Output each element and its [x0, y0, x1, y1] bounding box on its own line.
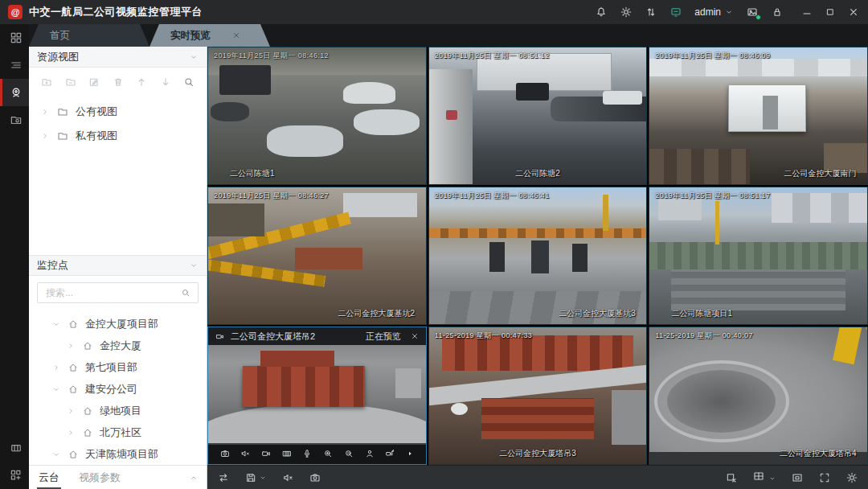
nav-menu[interactable] — [0, 51, 29, 79]
trash-icon[interactable] — [112, 76, 125, 88]
chevron-up-icon[interactable] — [189, 473, 199, 483]
tile-toolbar — [208, 443, 426, 464]
tree-item-site[interactable]: 绿地项目 — [29, 400, 207, 421]
edit-icon[interactable] — [88, 76, 100, 88]
panel-bottom-tabs: 云台 视频参数 — [29, 465, 207, 489]
video-tile-9[interactable]: 11-25-2019 星期一 00:40:07 二公司金控大厦塔吊4 — [649, 327, 868, 465]
video-tile-1[interactable]: 2019年11月25日 星期一 08:46:12 二公司陈塘1 — [207, 47, 427, 185]
record-icon[interactable] — [260, 448, 272, 459]
snapshot-icon[interactable] — [219, 448, 231, 459]
osd-timestamp: 2019年11月25日 星期一 08:46:27 — [214, 191, 329, 201]
mute-icon[interactable] — [240, 448, 251, 459]
settings-icon[interactable] — [845, 471, 858, 484]
video-frame — [649, 327, 867, 464]
scene-shape — [489, 242, 505, 272]
tab-ptz[interactable]: 云台 — [37, 466, 61, 489]
osd-timestamp: 11-25-2019 星期一 00:40:07 — [655, 331, 753, 341]
arrow-up-icon[interactable] — [135, 76, 148, 88]
video-tile-3[interactable]: 2019年11月25日 星期一 08:46:09 二公司金控大厦南门 — [649, 47, 868, 185]
minimize-button[interactable] — [800, 6, 813, 18]
scene-shape — [772, 193, 867, 223]
zoom-in-icon[interactable] — [322, 448, 334, 459]
tree-item-label: 金控大厦项目部 — [85, 317, 158, 331]
tree-item-site[interactable]: 金控大厦 — [29, 335, 207, 356]
chevron-right-icon — [66, 428, 76, 438]
zoom-3d-icon[interactable] — [343, 448, 354, 459]
nav-apps-grid[interactable] — [0, 24, 29, 51]
tree-item-label: 第七项目部 — [85, 360, 137, 375]
chevron-down-icon — [51, 450, 61, 459]
nav-media-library[interactable] — [0, 106, 29, 134]
layout-select-button[interactable] — [752, 470, 776, 486]
resource-panel: 资源视图 — [29, 47, 207, 489]
app-window: @ 中交一航局二公司视频监控管理平台 admin — [0, 0, 868, 489]
tree-item-site[interactable]: 第七项目部 — [29, 356, 207, 378]
app-monitor-button[interactable] — [669, 6, 682, 18]
talk-mic-icon[interactable] — [301, 448, 313, 459]
scene-shape — [260, 351, 334, 367]
mute-all-icon[interactable] — [281, 471, 294, 484]
arrow-down-icon[interactable] — [159, 76, 172, 88]
preset-icon[interactable] — [364, 448, 375, 459]
more-icon[interactable] — [405, 449, 415, 458]
fullscreen-icon[interactable] — [818, 471, 831, 484]
close-icon[interactable] — [410, 331, 420, 341]
scene-shape — [481, 398, 595, 439]
maximize-button[interactable] — [825, 6, 836, 18]
search-input[interactable] — [44, 286, 175, 299]
camera-icon — [9, 85, 23, 100]
video-tile-6[interactable]: 2019年11月25日 星期一 08:51:17 二公司陈塘项目1 — [649, 187, 868, 325]
tree-item-site[interactable]: 金控大厦项目部 — [29, 313, 207, 335]
view-toolbar — [29, 68, 207, 97]
tab-label: 实时预览 — [170, 29, 211, 43]
tab-close-icon[interactable] — [231, 31, 241, 40]
single-screen-icon[interactable] — [791, 471, 804, 484]
lock-button[interactable] — [771, 6, 784, 18]
video-tile-2[interactable]: 2019年11月25日 星期一 08:51:12 二公司陈塘2 — [428, 47, 648, 185]
film-icon — [9, 441, 23, 455]
tab-home[interactable]: 首页 — [29, 24, 149, 47]
video-tile-8[interactable]: 11-25-2019 星期一 00:47:33 二公司金控大厦塔吊3 — [428, 327, 648, 465]
notifications-button[interactable] — [595, 6, 608, 18]
settings-button[interactable] — [620, 6, 633, 18]
home-icon — [82, 340, 93, 351]
stream-swap-icon[interactable] — [217, 471, 230, 484]
home-icon — [82, 405, 93, 417]
video-frame — [649, 187, 867, 324]
video-tile-5[interactable]: 2019年11月25日 星期一 08:46:41 二公司金控大厦基坑3 — [428, 187, 648, 325]
tree-item-site[interactable]: 北万社区 — [29, 421, 207, 443]
search-icon[interactable] — [182, 76, 195, 88]
scene-shape — [354, 109, 419, 135]
scene-shape — [658, 199, 702, 220]
tab-video-params[interactable]: 视频参数 — [79, 471, 121, 485]
tab-live-preview[interactable]: 实时预览 — [149, 24, 270, 47]
nav-playback[interactable] — [0, 434, 29, 462]
playback-icon[interactable] — [281, 448, 293, 459]
snapshot-all-icon[interactable] — [309, 471, 321, 484]
close-all-icon[interactable] — [725, 471, 738, 484]
tree-item-private-views[interactable]: 私有视图 — [29, 124, 207, 148]
ptz-icon[interactable] — [384, 448, 395, 459]
tree-item-label: 金控大厦 — [100, 339, 141, 353]
screenshot-status-button[interactable] — [746, 6, 759, 18]
chevron-right-icon — [66, 406, 76, 416]
folder-add-icon[interactable] — [40, 76, 53, 88]
user-menu[interactable]: admin — [694, 6, 734, 18]
scene-shape — [671, 269, 845, 310]
folder-save-icon[interactable] — [64, 76, 77, 88]
resource-view-header[interactable]: 资源视图 — [29, 47, 207, 68]
stream-sort-button[interactable] — [645, 6, 657, 18]
tree-item-site[interactable]: 建安分公司 — [29, 378, 207, 400]
video-tile-4[interactable]: 2019年11月25日 星期一 08:46:27 二公司金控大厦基坑2 — [207, 187, 427, 325]
scene-shape — [267, 125, 343, 157]
close-button[interactable] — [847, 6, 860, 18]
video-tile-7[interactable]: 二公司金控大厦塔吊2 正在预览 — [207, 327, 427, 465]
nav-live-preview[interactable] — [0, 79, 29, 106]
search-icon[interactable] — [180, 287, 191, 298]
tree-item-public-views[interactable]: 公有视图 — [29, 100, 207, 124]
save-layout-button[interactable] — [244, 471, 267, 484]
tree-item-site[interactable]: 天津陈塘项目部 — [29, 443, 207, 465]
nav-add-layout[interactable] — [0, 462, 29, 489]
home-icon — [82, 427, 93, 438]
monitor-points-header[interactable]: 监控点 — [29, 255, 207, 276]
